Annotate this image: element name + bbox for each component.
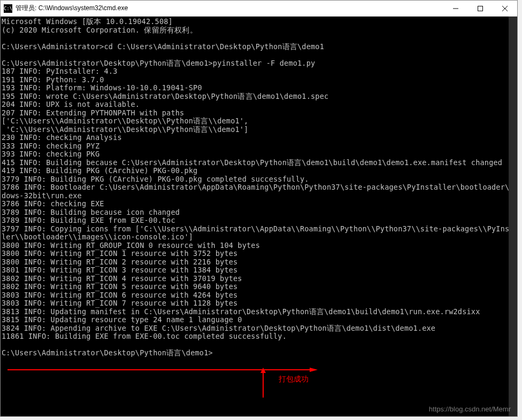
scrollbar[interactable]: [509, 17, 517, 416]
terminal-line: 230 INFO: checking Analysis: [2, 134, 517, 142]
watermark: https://blog.csdn.net/Memr: [429, 405, 511, 413]
terminal-line: 3801 INFO: Writing RT_ICON 3 resource wi…: [2, 266, 517, 275]
minimize-icon: [453, 6, 458, 11]
terminal-line: [2, 51, 517, 59]
terminal-line: 193 INFO: Platform: Windows-10-10.0.1904…: [2, 84, 517, 92]
terminal-line: 333 INFO: checking PYZ: [2, 142, 517, 151]
terminal-line: 3800 INFO: Writing RT_ICON 2 resource wi…: [2, 258, 517, 267]
close-button[interactable]: [493, 1, 517, 16]
cmd-window: C:\ 管理员: C:\Windows\system32\cmd.exe Mic…: [0, 0, 518, 417]
terminal-line: 187 INFO: PyInstaller: 4.3: [2, 67, 517, 76]
terminal-line: 3789 INFO: Building EXE from EXE-00.toc: [2, 216, 517, 225]
terminal-line: 3779 INFO: Building PKG (CArchive) PKG-0…: [2, 175, 517, 184]
svg-rect-1: [478, 6, 483, 11]
terminal-line: ['C:\\Users\\Administrator\\Desktop\\Pyt…: [2, 117, 517, 126]
terminal-line: dows-32bit\run.exe: [2, 192, 517, 200]
titlebar[interactable]: C:\ 管理员: C:\Windows\system32\cmd.exe: [1, 1, 517, 17]
terminal-line: [2, 34, 517, 43]
terminal-line: C:\Users\Administrator>cd C:\Users\Admin…: [2, 43, 517, 51]
scrollbar-thumb[interactable]: [509, 17, 517, 416]
terminal-line: [2, 341, 517, 349]
terminal-line: 3800 INFO: Writing RT_GROUP_ICON 0 resou…: [2, 242, 517, 250]
terminal-line: 'C:\\Users\\Administrator\\Desktop\\Pyth…: [2, 126, 517, 134]
terminal-line: 3824 INFO: Appending archive to EXE C:\U…: [2, 324, 517, 333]
terminal-line: 3789 INFO: Building because icon changed: [2, 208, 517, 217]
terminal-line: 204 INFO: UPX is not available.: [2, 100, 517, 109]
terminal-output[interactable]: Microsoft Windows [版本 10.0.19042.508](c)…: [1, 17, 517, 416]
terminal-line: 415 INFO: Building because C:\Users\Admi…: [2, 159, 517, 167]
terminal-line: 419 INFO: Building PKG (CArchive) PKG-00…: [2, 167, 517, 175]
maximize-icon: [478, 6, 483, 11]
terminal-line: ler\\bootloader\\images\\icon-console.ic…: [2, 233, 517, 242]
terminal-line: 3797 INFO: Copying icons from ['C:\\User…: [2, 225, 517, 234]
terminal-line: 207 INFO: Extending PYTHONPATH with path…: [2, 109, 517, 118]
terminal-line: 3815 INFO: Updating resource type 24 nam…: [2, 316, 517, 324]
terminal-line: 3800 INFO: Writing RT_ICON 1 resource wi…: [2, 250, 517, 258]
window-controls: [443, 1, 517, 16]
terminal-line: Microsoft Windows [版本 10.0.19042.508]: [2, 18, 517, 26]
terminal-line: (c) 2020 Microsoft Corporation. 保留所有权利。: [2, 26, 517, 35]
terminal-line: 3802 INFO: Writing RT_ICON 5 resource wi…: [2, 283, 517, 291]
terminal-line: 191 INFO: Python: 3.7.0: [2, 76, 517, 84]
window-title: 管理员: C:\Windows\system32\cmd.exe: [16, 4, 443, 13]
terminal-line: C:\Users\Administrator\Desktop\Python语言\…: [2, 59, 517, 68]
terminal-line: 3803 INFO: Writing RT_ICON 7 resource wi…: [2, 299, 517, 308]
terminal-line: 11861 INFO: Building EXE from EXE-00.toc…: [2, 332, 517, 341]
terminal-line: 195 INFO: wrote C:\Users\Administrator\D…: [2, 92, 517, 101]
maximize-button[interactable]: [468, 1, 493, 16]
terminal-line: 3803 INFO: Writing RT_ICON 6 resource wi…: [2, 291, 517, 300]
terminal-line: 3802 INFO: Writing RT_ICON 4 resource wi…: [2, 275, 517, 283]
terminal-line: 393 INFO: checking PKG: [2, 150, 517, 159]
minimize-button[interactable]: [443, 1, 468, 16]
close-icon: [502, 6, 508, 11]
terminal-line: 3786 INFO: Bootloader C:\Users\Administr…: [2, 183, 517, 192]
terminal-line: 3786 INFO: checking EXE: [2, 200, 517, 208]
cmd-icon: C:\: [4, 4, 12, 13]
terminal-line: C:\Users\Administrator\Desktop\Python语言\…: [2, 349, 517, 357]
terminal-line: 3813 INFO: Updating manifest in C:\Users…: [2, 308, 517, 316]
